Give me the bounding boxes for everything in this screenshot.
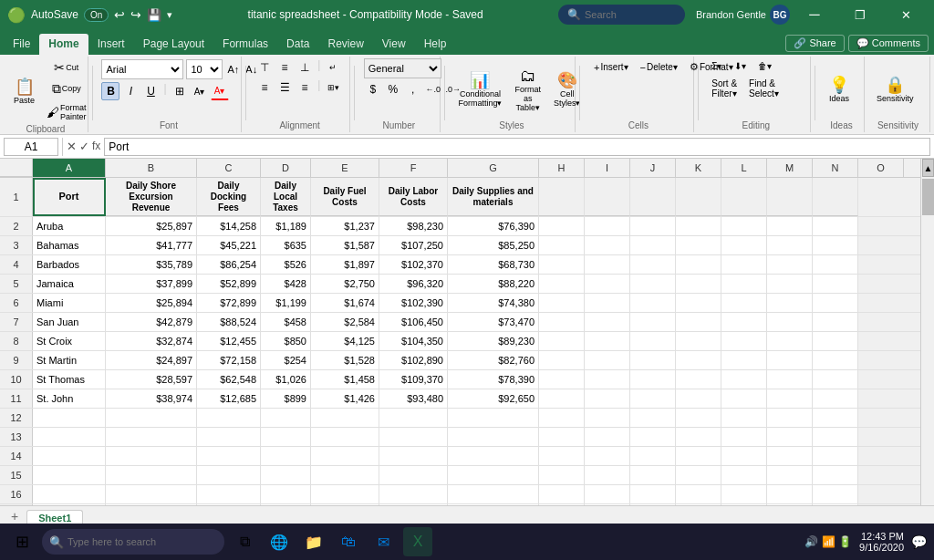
cancel-formula-icon[interactable]: ✕	[67, 140, 77, 153]
cell-empty-10-6[interactable]	[813, 370, 858, 389]
cell-F1[interactable]: Daily Labor Costs	[379, 178, 448, 216]
sum-button[interactable]: Σ▾	[707, 58, 726, 74]
cell-F6[interactable]: $102,390	[379, 294, 448, 312]
tab-data[interactable]: Data	[277, 34, 318, 55]
tab-help[interactable]: Help	[415, 34, 456, 55]
start-button[interactable]: ⊞	[7, 527, 36, 545]
font-color-button[interactable]: A▾	[211, 82, 229, 100]
cell-C9[interactable]: $72,158	[197, 351, 261, 369]
cell-A5[interactable]: Jamaica	[33, 275, 106, 293]
cell-empty-7-0[interactable]	[539, 313, 585, 331]
cell-E3[interactable]: $1,587	[311, 236, 379, 254]
cell-empty-11-1[interactable]	[585, 389, 630, 408]
cell-empty-5-0[interactable]	[539, 275, 585, 293]
empty-cell[interactable]	[585, 447, 630, 465]
redo-icon[interactable]: ↪	[130, 7, 141, 22]
empty-cell[interactable]	[448, 466, 539, 484]
empty-cell[interactable]	[585, 409, 630, 427]
cell-empty-8-3[interactable]	[676, 332, 721, 350]
cell-empty-5-1[interactable]	[585, 275, 630, 293]
empty-cell[interactable]	[813, 504, 858, 505]
cell-F4[interactable]: $102,370	[379, 255, 448, 274]
cell-empty-10-5[interactable]	[767, 370, 813, 389]
empty-cell[interactable]	[197, 428, 261, 446]
cell-empty-9-5[interactable]	[767, 351, 813, 369]
empty-cell[interactable]	[721, 504, 767, 505]
col-header-I[interactable]: I	[585, 159, 630, 177]
empty-cell[interactable]	[721, 466, 767, 484]
cell-empty-9-6[interactable]	[813, 351, 858, 369]
cell-F2[interactable]: $98,230	[379, 217, 448, 235]
cell-D10[interactable]: $1,026	[261, 370, 311, 389]
cell-empty-3-1[interactable]	[585, 236, 630, 254]
empty-cell[interactable]	[813, 466, 858, 484]
ideas-button[interactable]: 💡 Ideas	[825, 74, 854, 106]
col-header-C[interactable]: C	[197, 159, 261, 177]
cell-E2[interactable]: $1,237	[311, 217, 379, 235]
empty-cell[interactable]	[261, 447, 311, 465]
cut-button[interactable]: ✂ Cut	[42, 58, 91, 77]
empty-cell[interactable]	[311, 428, 379, 446]
empty-cell[interactable]	[106, 447, 197, 465]
cell-empty-8-6[interactable]	[813, 332, 858, 350]
percent-button[interactable]: %	[384, 80, 402, 99]
cell-E1[interactable]: Daily Fuel Costs	[311, 178, 379, 216]
cell-empty-4-4[interactable]	[721, 255, 767, 274]
cell-empty-6-1[interactable]	[585, 294, 630, 312]
empty-cell[interactable]	[630, 447, 676, 465]
cell-D3[interactable]: $635	[261, 236, 311, 254]
empty-cell[interactable]	[106, 466, 197, 484]
cell-A11[interactable]: St. John	[33, 389, 106, 408]
italic-button[interactable]: I	[121, 82, 140, 100]
empty-cell[interactable]	[33, 447, 106, 465]
cell-empty-6-3[interactable]	[676, 294, 721, 312]
cell-empty-4-5[interactable]	[767, 255, 813, 274]
align-left-button[interactable]: ≡	[255, 78, 274, 97]
cell-empty-2-5[interactable]	[767, 217, 813, 235]
tab-formulas[interactable]: Formulas	[213, 34, 277, 55]
cell-E8[interactable]: $4,125	[311, 332, 379, 350]
empty-cell[interactable]	[106, 409, 197, 427]
empty-cell[interactable]	[676, 485, 721, 503]
empty-cell[interactable]	[261, 504, 311, 505]
empty-cell[interactable]	[539, 447, 585, 465]
cell-B8[interactable]: $32,874	[106, 332, 197, 350]
empty-cell[interactable]	[813, 485, 858, 503]
empty-cell[interactable]	[676, 447, 721, 465]
cell-D5[interactable]: $428	[261, 275, 311, 293]
cell-D6[interactable]: $1,199	[261, 294, 311, 312]
cell-D11[interactable]: $899	[261, 389, 311, 408]
empty-cell[interactable]	[311, 447, 379, 465]
cell-D4[interactable]: $526	[261, 255, 311, 274]
cell-E9[interactable]: $1,528	[311, 351, 379, 369]
align-middle-button[interactable]: ≡	[275, 58, 294, 77]
cell-F9[interactable]: $102,890	[379, 351, 448, 369]
conditional-formatting-button[interactable]: 📊 ConditionalFormatting▾	[453, 69, 506, 110]
col-header-E[interactable]: E	[311, 159, 379, 177]
empty-cell[interactable]	[676, 466, 721, 484]
col-header-M[interactable]: M	[767, 159, 813, 177]
cell-F11[interactable]: $93,480	[379, 389, 448, 408]
col-header-G[interactable]: G	[448, 159, 539, 177]
insert-cells-button[interactable]: + Insert▾	[589, 58, 632, 76]
col-header-K[interactable]: K	[676, 159, 721, 177]
cell-N1[interactable]	[813, 178, 858, 216]
empty-cell[interactable]	[379, 447, 448, 465]
cell-E7[interactable]: $2,584	[311, 313, 379, 331]
cell-G3[interactable]: $85,250	[448, 236, 539, 254]
empty-cell[interactable]	[197, 409, 261, 427]
quick-save-icon[interactable]: 💾	[147, 8, 161, 22]
cell-A9[interactable]: St Martin	[33, 351, 106, 369]
empty-cell[interactable]	[630, 504, 676, 505]
col-header-O[interactable]: O	[858, 159, 904, 177]
empty-cell[interactable]	[197, 485, 261, 503]
cell-empty-9-3[interactable]	[676, 351, 721, 369]
empty-cell[interactable]	[106, 504, 197, 505]
empty-cell[interactable]	[379, 409, 448, 427]
find-select-button[interactable]: Find &Select▾	[744, 76, 784, 101]
cell-empty-2-2[interactable]	[630, 217, 676, 235]
cell-empty-5-4[interactable]	[721, 275, 767, 293]
cell-empty-9-1[interactable]	[585, 351, 630, 369]
cell-empty-10-1[interactable]	[585, 370, 630, 389]
number-format-select[interactable]: General	[364, 58, 441, 78]
